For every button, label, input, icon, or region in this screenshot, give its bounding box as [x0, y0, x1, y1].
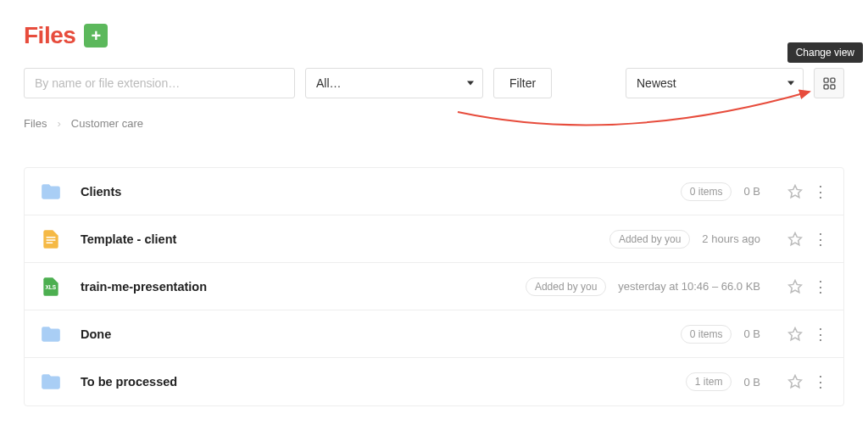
item-count-badge: 0 items: [681, 325, 732, 344]
star-icon: [787, 232, 803, 247]
spreadsheet-icon: XLS: [40, 274, 62, 299]
search-input[interactable]: [24, 68, 295, 98]
svg-rect-2: [824, 84, 828, 88]
file-meta: 0 B: [743, 185, 760, 198]
toolbar: All… Filter Newest: [24, 68, 844, 98]
file-meta: 2 hours ago: [702, 232, 760, 245]
svg-text:XLS: XLS: [46, 284, 57, 290]
sort-label: Newest: [637, 76, 676, 90]
plus-icon: +: [91, 27, 101, 44]
filter-button[interactable]: Filter: [493, 68, 552, 98]
change-view-tooltip: Change view: [787, 42, 863, 63]
document-icon: [40, 226, 62, 252]
svg-marker-8: [789, 280, 802, 292]
breadcrumb: Files › Customer care: [24, 117, 844, 130]
header: Files +: [24, 22, 844, 49]
added-by-badge: Added by you: [526, 277, 606, 296]
kebab-icon: ⋮: [813, 326, 828, 343]
item-count-badge: 1 item: [686, 372, 732, 391]
file-name: train-me-presentation: [81, 280, 526, 294]
add-button[interactable]: +: [84, 24, 108, 48]
kebab-icon: ⋮: [813, 373, 828, 390]
more-button[interactable]: ⋮: [813, 325, 828, 344]
list-item[interactable]: Template - client Added by you 2 hours a…: [25, 215, 843, 263]
file-meta: 0 B: [743, 327, 760, 340]
file-name: Done: [81, 327, 681, 341]
item-count-badge: 0 items: [681, 182, 732, 201]
svg-rect-1: [830, 78, 834, 82]
svg-marker-6: [789, 232, 802, 244]
breadcrumb-current: Customer care: [71, 117, 143, 130]
kebab-icon: ⋮: [813, 183, 828, 200]
added-by-badge: Added by you: [609, 230, 690, 249]
file-list: Clients 0 items 0 B ⋮ Template - client …: [24, 167, 844, 406]
type-filter-select[interactable]: All…: [305, 68, 483, 98]
folder-icon: [40, 322, 62, 347]
kebab-icon: ⋮: [813, 231, 828, 248]
folder-icon: [40, 369, 62, 394]
file-meta: yesterday at 10:46 – 66.0 KB: [618, 280, 760, 293]
svg-rect-0: [824, 78, 828, 82]
filter-label: Filter: [509, 76, 536, 90]
chevron-down-icon: [467, 81, 474, 86]
folder-icon: [40, 179, 62, 204]
more-button[interactable]: ⋮: [813, 372, 828, 391]
file-name: Template - client: [81, 232, 609, 246]
change-view-button[interactable]: [814, 68, 844, 98]
list-item[interactable]: Clients 0 items 0 B ⋮: [25, 168, 843, 215]
sort-select[interactable]: Newest: [626, 68, 804, 98]
chevron-right-icon: ›: [57, 117, 60, 130]
star-button[interactable]: [787, 232, 803, 247]
more-button[interactable]: ⋮: [813, 230, 828, 249]
star-icon: [787, 184, 803, 199]
page-title: Files: [24, 22, 75, 49]
list-item[interactable]: To be processed 1 item 0 B ⋮: [25, 358, 843, 405]
file-name: Clients: [81, 185, 681, 199]
svg-marker-9: [789, 327, 802, 339]
star-button[interactable]: [787, 279, 803, 294]
star-icon: [787, 374, 803, 389]
type-filter-label: All…: [316, 76, 342, 90]
star-icon: [787, 279, 803, 294]
svg-marker-10: [789, 376, 802, 388]
list-item[interactable]: Done 0 items 0 B ⋮: [25, 310, 843, 358]
star-icon: [787, 327, 803, 342]
more-button[interactable]: ⋮: [813, 182, 828, 201]
kebab-icon: ⋮: [813, 278, 828, 295]
star-button[interactable]: [787, 184, 803, 199]
svg-marker-5: [789, 185, 802, 197]
breadcrumb-root[interactable]: Files: [24, 117, 47, 130]
svg-rect-3: [830, 84, 834, 88]
file-name: To be processed: [81, 375, 686, 389]
star-button[interactable]: [787, 327, 803, 342]
grid-icon: [822, 76, 837, 91]
more-button[interactable]: ⋮: [813, 277, 828, 296]
star-button[interactable]: [787, 374, 803, 389]
file-meta: 0 B: [743, 376, 760, 389]
chevron-down-icon: [787, 81, 794, 86]
list-item[interactable]: XLS train-me-presentation Added by you y…: [25, 263, 843, 310]
